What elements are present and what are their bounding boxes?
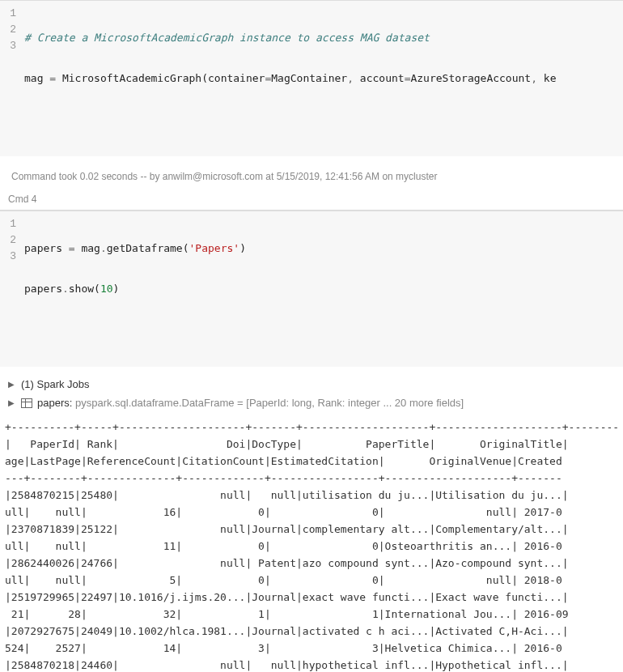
ascii-row: 524| 2527| 14| 3| 3|Helvetica Chimica...… bbox=[5, 640, 623, 657]
ascii-row: ull| null| 5| 0| 0| null| 2018-0 bbox=[5, 572, 623, 589]
triangle-right-icon: ▶ bbox=[8, 380, 16, 389]
execution-info: Command took 0.02 seconds -- by anwilm@m… bbox=[0, 156, 623, 189]
ascii-row: |2584870218|24460| null| null|hypothetic… bbox=[5, 657, 623, 672]
code-token: account bbox=[360, 72, 405, 84]
dataframe-expander[interactable]: ▶ papers: pyspark.sql.dataframe.DataFram… bbox=[8, 393, 615, 412]
ascii-row: ull| null| 16| 0| 0| null| 2017-0 bbox=[5, 504, 623, 521]
code-token: mag bbox=[24, 72, 43, 84]
code-token: MicrosoftAcademicGraph bbox=[62, 72, 201, 84]
code-content[interactable]: # Create a MicrosoftAcademicGraph instan… bbox=[24, 6, 623, 151]
code-token: ) bbox=[113, 283, 120, 295]
ascii-row: |2370871839|25122| null|Journal|compleme… bbox=[5, 521, 623, 538]
line-number: 3 bbox=[0, 38, 16, 54]
table-icon bbox=[21, 398, 32, 408]
line-number: 2 bbox=[0, 22, 16, 38]
code-area[interactable]: 1 2 3 # Create a MicrosoftAcademicGraph … bbox=[0, 1, 623, 156]
code-token: ( bbox=[183, 242, 189, 254]
ascii-row: |2862440026|24766| null| Patent|azo comp… bbox=[5, 555, 623, 572]
ascii-row: |2584870215|25480| null| null|utilisatio… bbox=[5, 487, 623, 504]
code-cell-2: 1 2 3 papers = mag.getDataframe('Papers'… bbox=[0, 211, 623, 367]
dataframe-name: papers: bbox=[37, 397, 75, 409]
code-token: MagContainer bbox=[271, 72, 347, 84]
ascii-header: age|LastPage|ReferenceCount|CitationCoun… bbox=[5, 453, 623, 470]
code-token: , bbox=[531, 72, 544, 84]
ascii-header: | PaperId| Rank| Doi|DocType| PaperTitle… bbox=[5, 436, 623, 453]
triangle-right-icon: ▶ bbox=[8, 398, 16, 407]
code-token: 'Papers' bbox=[189, 242, 240, 254]
dataframe-schema: pyspark.sql.dataframe.DataFrame = [Paper… bbox=[75, 397, 464, 409]
code-token: papers bbox=[24, 283, 62, 295]
code-token: ke bbox=[544, 72, 557, 84]
ascii-separator: ---+--------+--------------+------------… bbox=[5, 470, 623, 487]
line-gutter: 1 2 3 bbox=[0, 216, 24, 362]
code-token: ) bbox=[239, 242, 246, 254]
line-number: 2 bbox=[0, 232, 16, 249]
code-content[interactable]: papers = mag.getDataframe('Papers') pape… bbox=[24, 216, 623, 362]
spark-jobs-expander[interactable]: ▶ (1) Spark Jobs bbox=[8, 375, 615, 393]
code-token: AzureStorageAccount bbox=[410, 72, 531, 84]
line-gutter: 1 2 3 bbox=[0, 6, 24, 151]
code-token: getDataframe bbox=[107, 242, 183, 254]
output-block: ▶ (1) Spark Jobs ▶ papers: pyspark.sql.d… bbox=[0, 367, 623, 412]
code-token: , bbox=[347, 72, 360, 84]
cell-label: Cmd 4 bbox=[0, 189, 623, 211]
line-number: 1 bbox=[0, 6, 16, 22]
execution-text: Command took 0.02 seconds -- by anwilm@m… bbox=[11, 171, 437, 182]
ascii-row: |2519729965|22497|10.1016/j.ijms.20...|J… bbox=[5, 589, 623, 606]
code-cell-1: 1 2 3 # Create a MicrosoftAcademicGraph … bbox=[0, 0, 623, 156]
ascii-row: ull| null| 11| 0| 0|Osteoarthritis an...… bbox=[5, 538, 623, 555]
code-token: = bbox=[62, 242, 81, 254]
spark-jobs-label: (1) Spark Jobs bbox=[21, 378, 90, 390]
code-token: show bbox=[69, 283, 94, 295]
ascii-row: |2072927675|24049|10.1002/hlca.1981...|J… bbox=[5, 623, 623, 640]
code-token: ( bbox=[94, 283, 100, 295]
code-comment: # Create a MicrosoftAcademicGraph instan… bbox=[24, 32, 430, 44]
code-token: container bbox=[208, 72, 265, 84]
code-token: mag bbox=[81, 242, 100, 254]
ascii-row: 21| 28| 32| 1| 1|International Jou...| 2… bbox=[5, 606, 623, 623]
code-token: . bbox=[62, 283, 69, 295]
code-token: 10 bbox=[100, 283, 113, 295]
line-number: 1 bbox=[0, 216, 16, 232]
code-token: . bbox=[100, 242, 107, 254]
ascii-table-output: +----------+-----+--------------------+-… bbox=[0, 412, 623, 672]
ascii-separator: +----------+-----+--------------------+-… bbox=[5, 419, 623, 436]
line-number: 3 bbox=[0, 249, 16, 265]
code-area[interactable]: 1 2 3 papers = mag.getDataframe('Papers'… bbox=[0, 211, 623, 367]
code-token: ( bbox=[201, 72, 208, 84]
cell-label-text: Cmd 4 bbox=[8, 194, 36, 205]
code-token: papers bbox=[24, 242, 62, 254]
code-token: = bbox=[43, 72, 61, 84]
